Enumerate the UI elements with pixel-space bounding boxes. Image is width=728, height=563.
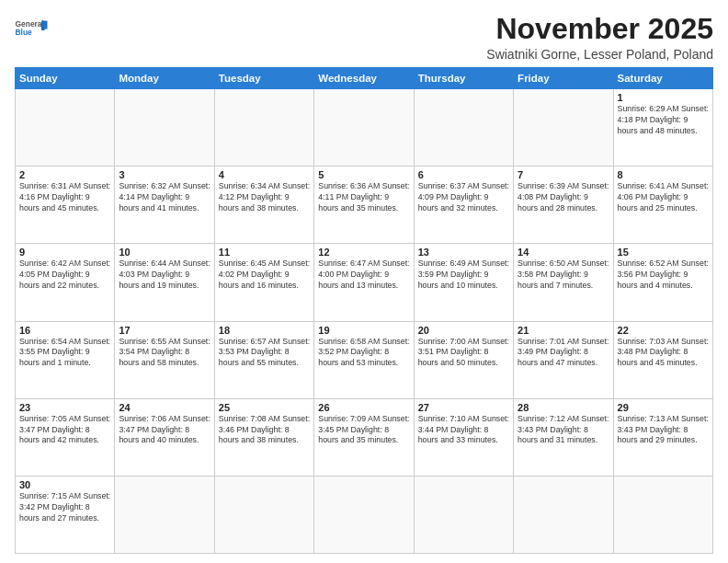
- table-row: 6Sunrise: 6:37 AM Sunset: 4:09 PM Daylig…: [414, 167, 513, 244]
- table-row: 15Sunrise: 6:52 AM Sunset: 3:56 PM Dayli…: [613, 244, 712, 321]
- table-row: [514, 476, 613, 553]
- day-info: Sunrise: 7:08 AM Sunset: 3:46 PM Dayligh…: [219, 414, 310, 447]
- table-row: 2Sunrise: 6:31 AM Sunset: 4:16 PM Daylig…: [16, 167, 115, 244]
- table-row: 22Sunrise: 7:03 AM Sunset: 3:48 PM Dayli…: [613, 321, 712, 398]
- header-wednesday: Wednesday: [314, 68, 414, 89]
- table-row: [115, 476, 214, 553]
- day-info: Sunrise: 7:05 AM Sunset: 3:47 PM Dayligh…: [19, 414, 110, 447]
- table-row: 28Sunrise: 7:12 AM Sunset: 3:43 PM Dayli…: [514, 398, 613, 476]
- table-row: [314, 89, 414, 167]
- table-row: 4Sunrise: 6:34 AM Sunset: 4:12 PM Daylig…: [214, 167, 313, 244]
- calendar-table: Sunday Monday Tuesday Wednesday Thursday…: [15, 67, 713, 554]
- table-row: [414, 476, 513, 553]
- day-number: 9: [19, 247, 110, 258]
- table-row: 18Sunrise: 6:57 AM Sunset: 3:53 PM Dayli…: [214, 321, 313, 398]
- table-row: [214, 89, 313, 167]
- header: General Blue November 2025 Swiatniki Gor…: [15, 13, 713, 62]
- table-row: 29Sunrise: 7:13 AM Sunset: 3:43 PM Dayli…: [613, 398, 712, 476]
- day-info: Sunrise: 7:15 AM Sunset: 3:42 PM Dayligh…: [19, 491, 110, 524]
- day-number: 19: [318, 325, 409, 336]
- table-row: 17Sunrise: 6:55 AM Sunset: 3:54 PM Dayli…: [115, 321, 214, 398]
- day-number: 15: [618, 247, 709, 258]
- day-number: 12: [318, 247, 409, 258]
- day-info: Sunrise: 6:29 AM Sunset: 4:18 PM Dayligh…: [618, 104, 709, 137]
- day-info: Sunrise: 6:57 AM Sunset: 3:53 PM Dayligh…: [219, 337, 310, 370]
- day-number: 26: [318, 402, 409, 413]
- table-row: [414, 89, 513, 167]
- day-info: Sunrise: 6:34 AM Sunset: 4:12 PM Dayligh…: [219, 181, 310, 214]
- day-info: Sunrise: 6:36 AM Sunset: 4:11 PM Dayligh…: [318, 181, 409, 214]
- day-info: Sunrise: 6:37 AM Sunset: 4:09 PM Dayligh…: [418, 181, 509, 214]
- day-info: Sunrise: 6:32 AM Sunset: 4:14 PM Dayligh…: [119, 181, 210, 214]
- day-number: 18: [219, 325, 310, 336]
- day-number: 20: [418, 325, 509, 336]
- day-info: Sunrise: 6:52 AM Sunset: 3:56 PM Dayligh…: [618, 259, 709, 292]
- month-title: November 2025: [486, 13, 713, 45]
- title-block: November 2025 Swiatniki Gorne, Lesser Po…: [486, 13, 713, 62]
- table-row: 3Sunrise: 6:32 AM Sunset: 4:14 PM Daylig…: [115, 167, 214, 244]
- day-number: 25: [219, 402, 310, 413]
- table-row: [514, 89, 613, 167]
- day-info: Sunrise: 6:58 AM Sunset: 3:52 PM Dayligh…: [318, 337, 409, 370]
- day-info: Sunrise: 6:42 AM Sunset: 4:05 PM Dayligh…: [19, 259, 110, 292]
- table-row: [314, 476, 414, 553]
- day-info: Sunrise: 7:12 AM Sunset: 3:43 PM Dayligh…: [518, 414, 609, 447]
- table-row: 12Sunrise: 6:47 AM Sunset: 4:00 PM Dayli…: [314, 244, 414, 321]
- header-monday: Monday: [115, 68, 214, 89]
- table-row: 21Sunrise: 7:01 AM Sunset: 3:49 PM Dayli…: [514, 321, 613, 398]
- day-number: 30: [19, 479, 110, 490]
- day-info: Sunrise: 7:06 AM Sunset: 3:47 PM Dayligh…: [119, 414, 210, 447]
- header-friday: Friday: [514, 68, 613, 89]
- table-row: 5Sunrise: 6:36 AM Sunset: 4:11 PM Daylig…: [314, 167, 414, 244]
- svg-text:Blue: Blue: [16, 28, 33, 37]
- day-info: Sunrise: 6:49 AM Sunset: 3:59 PM Dayligh…: [418, 259, 509, 292]
- table-row: 8Sunrise: 6:41 AM Sunset: 4:06 PM Daylig…: [613, 167, 712, 244]
- table-row: [16, 89, 115, 167]
- day-info: Sunrise: 7:10 AM Sunset: 3:44 PM Dayligh…: [418, 414, 509, 447]
- day-number: 29: [618, 402, 709, 413]
- table-row: 16Sunrise: 6:54 AM Sunset: 3:55 PM Dayli…: [16, 321, 115, 398]
- table-row: [115, 89, 214, 167]
- day-number: 23: [19, 402, 110, 413]
- day-info: Sunrise: 7:01 AM Sunset: 3:49 PM Dayligh…: [518, 337, 609, 370]
- table-row: 14Sunrise: 6:50 AM Sunset: 3:58 PM Dayli…: [514, 244, 613, 321]
- logo: General Blue: [15, 17, 48, 39]
- day-number: 17: [119, 325, 210, 336]
- day-info: Sunrise: 7:09 AM Sunset: 3:45 PM Dayligh…: [318, 414, 409, 447]
- day-number: 1: [618, 92, 709, 103]
- table-row: 20Sunrise: 7:00 AM Sunset: 3:51 PM Dayli…: [414, 321, 513, 398]
- day-number: 21: [518, 325, 609, 336]
- day-number: 24: [119, 402, 210, 413]
- day-info: Sunrise: 6:47 AM Sunset: 4:00 PM Dayligh…: [318, 259, 409, 292]
- day-info: Sunrise: 7:03 AM Sunset: 3:48 PM Dayligh…: [618, 337, 709, 370]
- day-info: Sunrise: 6:39 AM Sunset: 4:08 PM Dayligh…: [518, 181, 609, 214]
- day-number: 16: [19, 325, 110, 336]
- day-info: Sunrise: 6:44 AM Sunset: 4:03 PM Dayligh…: [119, 259, 210, 292]
- table-row: 26Sunrise: 7:09 AM Sunset: 3:45 PM Dayli…: [314, 398, 414, 476]
- day-number: 28: [518, 402, 609, 413]
- day-number: 10: [119, 247, 210, 258]
- day-number: 3: [119, 169, 210, 180]
- table-row: 9Sunrise: 6:42 AM Sunset: 4:05 PM Daylig…: [16, 244, 115, 321]
- day-info: Sunrise: 6:54 AM Sunset: 3:55 PM Dayligh…: [19, 337, 110, 370]
- day-number: 6: [418, 169, 509, 180]
- day-info: Sunrise: 6:50 AM Sunset: 3:58 PM Dayligh…: [518, 259, 609, 292]
- day-info: Sunrise: 6:31 AM Sunset: 4:16 PM Dayligh…: [19, 181, 110, 214]
- table-row: 11Sunrise: 6:45 AM Sunset: 4:02 PM Dayli…: [214, 244, 313, 321]
- day-number: 2: [19, 169, 110, 180]
- location-title: Swiatniki Gorne, Lesser Poland, Poland: [486, 47, 713, 62]
- day-info: Sunrise: 7:00 AM Sunset: 3:51 PM Dayligh…: [418, 337, 509, 370]
- table-row: 7Sunrise: 6:39 AM Sunset: 4:08 PM Daylig…: [514, 167, 613, 244]
- header-tuesday: Tuesday: [214, 68, 313, 89]
- table-row: 30Sunrise: 7:15 AM Sunset: 3:42 PM Dayli…: [16, 476, 115, 553]
- page: General Blue November 2025 Swiatniki Gor…: [0, 0, 728, 563]
- table-row: [613, 476, 712, 553]
- table-row: 27Sunrise: 7:10 AM Sunset: 3:44 PM Dayli…: [414, 398, 513, 476]
- day-number: 27: [418, 402, 509, 413]
- table-row: 10Sunrise: 6:44 AM Sunset: 4:03 PM Dayli…: [115, 244, 214, 321]
- table-row: 1Sunrise: 6:29 AM Sunset: 4:18 PM Daylig…: [613, 89, 712, 167]
- day-info: Sunrise: 6:41 AM Sunset: 4:06 PM Dayligh…: [618, 181, 709, 214]
- day-info: Sunrise: 6:45 AM Sunset: 4:02 PM Dayligh…: [219, 259, 310, 292]
- table-row: 24Sunrise: 7:06 AM Sunset: 3:47 PM Dayli…: [115, 398, 214, 476]
- table-row: 23Sunrise: 7:05 AM Sunset: 3:47 PM Dayli…: [16, 398, 115, 476]
